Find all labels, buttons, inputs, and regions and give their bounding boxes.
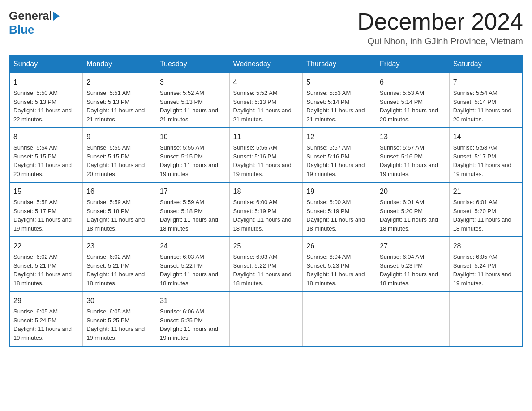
col-header-sunday: Sunday bbox=[9, 55, 83, 73]
logo: General Blue bbox=[9, 9, 60, 37]
day-info: Sunrise: 5:51 AMSunset: 5:13 PMDaylight:… bbox=[86, 90, 145, 123]
calendar-week-row: 22 Sunrise: 6:02 AMSunset: 5:21 PMDaylig… bbox=[9, 237, 523, 291]
day-info: Sunrise: 5:55 AMSunset: 5:15 PMDaylight:… bbox=[86, 144, 145, 177]
header: General Blue December 2024 Qui Nhon, inh… bbox=[9, 9, 523, 47]
calendar-table: SundayMondayTuesdayWednesdayThursdayFrid… bbox=[9, 55, 523, 347]
calendar-cell: 21 Sunrise: 6:01 AMSunset: 5:20 PMDaylig… bbox=[449, 182, 523, 237]
day-number: 2 bbox=[86, 77, 152, 88]
day-info: Sunrise: 6:05 AMSunset: 5:25 PMDaylight:… bbox=[86, 308, 145, 341]
col-header-wednesday: Wednesday bbox=[229, 55, 303, 73]
calendar-cell: 5 Sunrise: 5:53 AMSunset: 5:14 PMDayligh… bbox=[303, 73, 376, 128]
day-number: 28 bbox=[453, 241, 519, 252]
day-number: 6 bbox=[380, 77, 446, 88]
calendar-cell: 24 Sunrise: 6:03 AMSunset: 5:22 PMDaylig… bbox=[156, 237, 229, 291]
day-number: 9 bbox=[86, 132, 152, 142]
day-info: Sunrise: 5:52 AMSunset: 5:13 PMDaylight:… bbox=[160, 90, 218, 123]
calendar-cell bbox=[229, 291, 303, 346]
day-info: Sunrise: 5:53 AMSunset: 5:14 PMDaylight:… bbox=[306, 90, 365, 123]
calendar-cell: 15 Sunrise: 5:58 AMSunset: 5:17 PMDaylig… bbox=[9, 182, 83, 237]
col-header-monday: Monday bbox=[83, 55, 156, 73]
calendar-cell: 11 Sunrise: 5:56 AMSunset: 5:16 PMDaylig… bbox=[229, 128, 303, 182]
calendar-week-row: 15 Sunrise: 5:58 AMSunset: 5:17 PMDaylig… bbox=[9, 182, 523, 237]
day-number: 22 bbox=[13, 241, 79, 252]
calendar-cell: 10 Sunrise: 5:55 AMSunset: 5:15 PMDaylig… bbox=[156, 128, 229, 182]
calendar-cell: 28 Sunrise: 6:05 AMSunset: 5:24 PMDaylig… bbox=[449, 237, 523, 291]
day-number: 11 bbox=[233, 132, 299, 142]
day-info: Sunrise: 6:04 AMSunset: 5:23 PMDaylight:… bbox=[380, 253, 438, 287]
day-number: 14 bbox=[453, 132, 519, 142]
day-number: 3 bbox=[160, 77, 226, 88]
day-number: 10 bbox=[160, 132, 226, 142]
col-header-saturday: Saturday bbox=[449, 55, 523, 73]
calendar-cell: 7 Sunrise: 5:54 AMSunset: 5:14 PMDayligh… bbox=[449, 73, 523, 128]
calendar-cell bbox=[376, 291, 450, 346]
day-number: 19 bbox=[306, 186, 372, 197]
calendar-cell: 20 Sunrise: 6:01 AMSunset: 5:20 PMDaylig… bbox=[376, 182, 450, 237]
calendar-cell: 13 Sunrise: 5:57 AMSunset: 5:16 PMDaylig… bbox=[376, 128, 450, 182]
calendar-cell bbox=[303, 291, 376, 346]
calendar-cell: 26 Sunrise: 6:04 AMSunset: 5:23 PMDaylig… bbox=[303, 237, 376, 291]
day-info: Sunrise: 6:05 AMSunset: 5:24 PMDaylight:… bbox=[13, 308, 72, 341]
calendar-cell: 1 Sunrise: 5:50 AMSunset: 5:13 PMDayligh… bbox=[9, 73, 83, 128]
day-info: Sunrise: 6:01 AMSunset: 5:20 PMDaylight:… bbox=[380, 199, 438, 232]
day-number: 1 bbox=[13, 77, 79, 88]
day-info: Sunrise: 6:01 AMSunset: 5:20 PMDaylight:… bbox=[453, 199, 511, 232]
day-info: Sunrise: 5:54 AMSunset: 5:14 PMDaylight:… bbox=[453, 90, 511, 123]
col-header-thursday: Thursday bbox=[303, 55, 376, 73]
title-area: December 2024 Qui Nhon, inh GJinh Provin… bbox=[357, 9, 523, 47]
calendar-cell: 14 Sunrise: 5:58 AMSunset: 5:17 PMDaylig… bbox=[449, 128, 523, 182]
calendar-cell: 4 Sunrise: 5:52 AMSunset: 5:13 PMDayligh… bbox=[229, 73, 303, 128]
day-number: 24 bbox=[160, 241, 226, 252]
calendar-cell: 2 Sunrise: 5:51 AMSunset: 5:13 PMDayligh… bbox=[83, 73, 156, 128]
day-info: Sunrise: 6:03 AMSunset: 5:22 PMDaylight:… bbox=[233, 253, 292, 287]
day-info: Sunrise: 6:05 AMSunset: 5:24 PMDaylight:… bbox=[453, 253, 511, 287]
day-number: 20 bbox=[380, 186, 446, 197]
day-number: 26 bbox=[306, 241, 372, 252]
calendar-header-row: SundayMondayTuesdayWednesdayThursdayFrid… bbox=[9, 55, 523, 73]
logo-triangle-icon bbox=[53, 12, 60, 21]
calendar-cell: 8 Sunrise: 5:54 AMSunset: 5:15 PMDayligh… bbox=[9, 128, 83, 182]
col-header-friday: Friday bbox=[376, 55, 450, 73]
day-number: 17 bbox=[160, 186, 226, 197]
day-info: Sunrise: 6:06 AMSunset: 5:25 PMDaylight:… bbox=[160, 308, 218, 341]
calendar-cell: 9 Sunrise: 5:55 AMSunset: 5:15 PMDayligh… bbox=[83, 128, 156, 182]
calendar-cell: 25 Sunrise: 6:03 AMSunset: 5:22 PMDaylig… bbox=[229, 237, 303, 291]
logo-blue-text: Blue bbox=[9, 23, 34, 36]
day-number: 27 bbox=[380, 241, 446, 252]
calendar-cell: 31 Sunrise: 6:06 AMSunset: 5:25 PMDaylig… bbox=[156, 291, 229, 346]
day-number: 31 bbox=[160, 295, 226, 306]
day-number: 29 bbox=[13, 295, 79, 306]
calendar-cell: 3 Sunrise: 5:52 AMSunset: 5:13 PMDayligh… bbox=[156, 73, 229, 128]
day-number: 16 bbox=[86, 186, 152, 197]
day-number: 15 bbox=[13, 186, 79, 197]
day-info: Sunrise: 5:54 AMSunset: 5:15 PMDaylight:… bbox=[13, 144, 72, 177]
day-info: Sunrise: 5:56 AMSunset: 5:16 PMDaylight:… bbox=[233, 144, 292, 177]
location-subtitle: Qui Nhon, inh GJinh Province, Vietnam bbox=[357, 36, 523, 47]
calendar-cell: 17 Sunrise: 5:59 AMSunset: 5:18 PMDaylig… bbox=[156, 182, 229, 237]
day-number: 13 bbox=[380, 132, 446, 142]
day-info: Sunrise: 5:55 AMSunset: 5:15 PMDaylight:… bbox=[160, 144, 218, 177]
day-number: 7 bbox=[453, 77, 519, 88]
calendar-week-row: 29 Sunrise: 6:05 AMSunset: 5:24 PMDaylig… bbox=[9, 291, 523, 346]
day-info: Sunrise: 5:57 AMSunset: 5:16 PMDaylight:… bbox=[380, 144, 438, 177]
calendar-cell bbox=[449, 291, 523, 346]
day-info: Sunrise: 5:58 AMSunset: 5:17 PMDaylight:… bbox=[453, 144, 511, 177]
day-info: Sunrise: 5:57 AMSunset: 5:16 PMDaylight:… bbox=[306, 144, 365, 177]
calendar-cell: 12 Sunrise: 5:57 AMSunset: 5:16 PMDaylig… bbox=[303, 128, 376, 182]
day-info: Sunrise: 5:59 AMSunset: 5:18 PMDaylight:… bbox=[160, 199, 218, 232]
day-number: 8 bbox=[13, 132, 79, 142]
calendar-cell: 27 Sunrise: 6:04 AMSunset: 5:23 PMDaylig… bbox=[376, 237, 450, 291]
day-number: 23 bbox=[86, 241, 152, 252]
day-number: 12 bbox=[306, 132, 372, 142]
calendar-cell: 18 Sunrise: 6:00 AMSunset: 5:19 PMDaylig… bbox=[229, 182, 303, 237]
calendar-cell: 19 Sunrise: 6:00 AMSunset: 5:19 PMDaylig… bbox=[303, 182, 376, 237]
day-number: 18 bbox=[233, 186, 299, 197]
day-info: Sunrise: 6:03 AMSunset: 5:22 PMDaylight:… bbox=[160, 253, 218, 287]
col-header-tuesday: Tuesday bbox=[156, 55, 229, 73]
calendar-cell: 30 Sunrise: 6:05 AMSunset: 5:25 PMDaylig… bbox=[83, 291, 156, 346]
day-info: Sunrise: 6:00 AMSunset: 5:19 PMDaylight:… bbox=[233, 199, 292, 232]
day-number: 30 bbox=[86, 295, 152, 306]
day-info: Sunrise: 6:00 AMSunset: 5:19 PMDaylight:… bbox=[306, 199, 365, 232]
day-info: Sunrise: 5:59 AMSunset: 5:18 PMDaylight:… bbox=[86, 199, 145, 232]
calendar-cell: 29 Sunrise: 6:05 AMSunset: 5:24 PMDaylig… bbox=[9, 291, 83, 346]
